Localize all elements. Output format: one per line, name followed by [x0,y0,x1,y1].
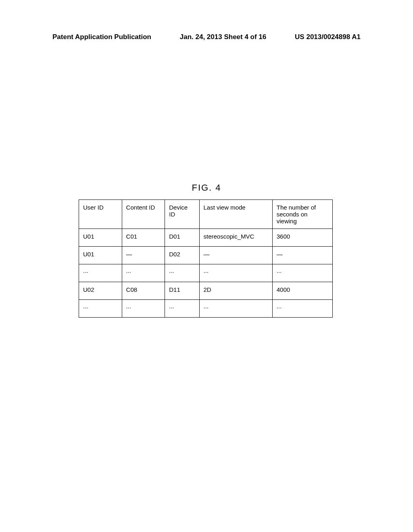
cell-content-id: C08 [122,282,165,300]
figure-label: FIG. 4 [0,183,413,193]
cell-content-id: — [122,247,165,264]
cell-seconds: 4000 [272,282,332,300]
column-header-content-id: Content ID [122,200,165,229]
table-row: U01 — D02 — — [79,247,333,264]
column-header-user-id: User ID [79,200,122,229]
cell-last-view-mode: ··· [199,300,272,318]
table-row: ··· ··· ··· ··· ··· [79,264,333,282]
cell-seconds: ··· [272,300,332,318]
cell-user-id: ··· [79,264,122,282]
cell-last-view-mode: ··· [199,264,272,282]
cell-user-id: U01 [79,229,122,247]
cell-user-id: U02 [79,282,122,300]
cell-device-id: ··· [165,300,199,318]
column-header-last-view-mode: Last view mode [199,200,272,229]
data-table-container: User ID Content ID Device ID Last view m… [79,200,333,318]
page-header: Patent Application Publication Jan. 24, … [0,33,413,41]
header-center-text: Jan. 24, 2013 Sheet 4 of 16 [180,33,267,41]
cell-last-view-mode: 2D [199,282,272,300]
cell-last-view-mode: — [199,247,272,264]
cell-device-id: D11 [165,282,199,300]
header-left-text: Patent Application Publication [52,33,151,41]
cell-content-id: ··· [122,264,165,282]
header-right-text: US 2013/0024898 A1 [295,33,361,41]
column-header-seconds: The number of seconds on viewing [272,200,332,229]
table-header-row: User ID Content ID Device ID Last view m… [79,200,333,229]
cell-device-id: D01 [165,229,199,247]
cell-last-view-mode: stereoscopic_MVC [199,229,272,247]
cell-content-id: C01 [122,229,165,247]
cell-seconds: ··· [272,264,332,282]
table-row: U02 C08 D11 2D 4000 [79,282,333,300]
cell-user-id: ··· [79,300,122,318]
cell-seconds: 3600 [272,229,332,247]
table-row: U01 C01 D01 stereoscopic_MVC 3600 [79,229,333,247]
data-table: User ID Content ID Device ID Last view m… [79,200,333,318]
cell-device-id: ··· [165,264,199,282]
cell-user-id: U01 [79,247,122,264]
column-header-device-id: Device ID [165,200,199,229]
table-row: ··· ··· ··· ··· ··· [79,300,333,318]
cell-content-id: ··· [122,300,165,318]
cell-device-id: D02 [165,247,199,264]
cell-seconds: — [272,247,332,264]
